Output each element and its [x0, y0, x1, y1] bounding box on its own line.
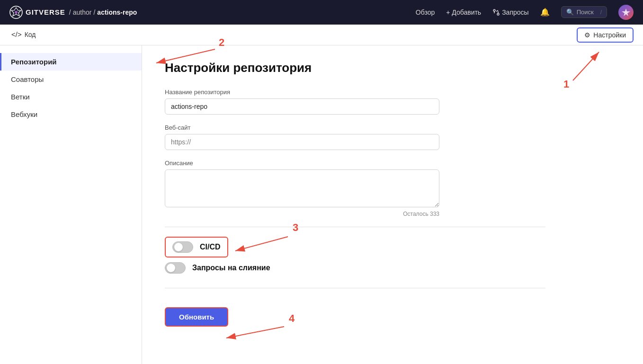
sidebar-item-repository[interactable]: Репозиторий: [0, 53, 142, 71]
logo-text: GITVERSE: [26, 8, 65, 16]
char-count: Осталось 333: [165, 211, 439, 217]
nav-add[interactable]: + Добавить: [446, 9, 481, 16]
breadcrumb-author[interactable]: author: [73, 9, 92, 16]
settings-content: Настройки репозитория Название репозитор…: [142, 45, 568, 364]
sidebar-item-coauthors[interactable]: Соавторы: [0, 71, 142, 88]
repo-name-label: Название репозитория: [165, 89, 545, 96]
divider-1: [165, 227, 545, 227]
breadcrumb-separator2: /: [93, 9, 95, 16]
svg-point-3: [493, 9, 495, 11]
sidebar-item-webhooks[interactable]: Вебхуки: [0, 106, 142, 123]
divider-2: [165, 288, 545, 288]
header-nav: Обзор + Добавить Запросы 🔔 🔍 Поиск /: [416, 5, 634, 20]
cicd-label: CI/CD: [200, 243, 221, 251]
cicd-toggle[interactable]: [172, 241, 193, 253]
tab-code[interactable]: </> Код: [9, 25, 38, 45]
description-label: Описание: [165, 160, 545, 167]
breadcrumb-separator1: /: [69, 9, 71, 16]
nav-requests[interactable]: Запросы: [492, 9, 528, 16]
svg-point-2: [15, 11, 18, 14]
website-input[interactable]: [165, 134, 439, 150]
cicd-box: CI/CD: [165, 237, 228, 257]
nav-search[interactable]: 🔍 Поиск /: [561, 6, 607, 18]
logo-icon: [9, 6, 23, 19]
description-input[interactable]: [165, 169, 439, 207]
settings-icon: ⚙: [584, 31, 590, 39]
avatar[interactable]: [618, 5, 634, 20]
website-label: Веб-сайт: [165, 124, 545, 131]
search-icon: 🔍: [566, 9, 574, 16]
website-group: Веб-сайт: [165, 124, 545, 150]
pull-request-icon: [492, 9, 500, 16]
main-header: GITVERSE / author / actions-repo Обзор +…: [0, 0, 643, 25]
merge-requests-label: Запросы на слияние: [192, 264, 270, 272]
svg-point-4: [497, 13, 499, 15]
repo-name-group: Название репозитория: [165, 89, 545, 115]
breadcrumb: / author / actions-repo: [69, 9, 137, 16]
settings-button[interactable]: ⚙ Настройки: [577, 27, 634, 43]
merge-requests-section: Запросы на слияние: [165, 257, 545, 278]
notifications-bell[interactable]: 🔔: [540, 8, 550, 17]
description-group: Описание Осталось 333: [165, 160, 545, 217]
nav-overview[interactable]: Обзор: [416, 9, 435, 16]
breadcrumb-repo: actions-repo: [97, 9, 137, 16]
sidebar-item-branches[interactable]: Ветки: [0, 88, 142, 106]
main-layout: Репозиторий Соавторы Ветки Вебхуки Настр…: [0, 45, 643, 364]
sub-header: </> Код ⚙ Настройки: [0, 25, 643, 45]
update-button[interactable]: Обновить: [165, 307, 228, 327]
sidebar: Репозиторий Соавторы Ветки Вебхуки: [0, 45, 142, 364]
repo-name-input[interactable]: [165, 98, 439, 115]
page-title: Настройки репозитория: [165, 61, 545, 75]
cicd-section: CI/CD: [165, 237, 545, 257]
svg-marker-5: [622, 9, 630, 16]
code-icon: </>: [11, 30, 22, 38]
search-shortcut: /: [600, 9, 602, 16]
merge-requests-toggle[interactable]: [165, 262, 186, 274]
avatar-icon: [622, 8, 630, 17]
logo[interactable]: GITVERSE: [9, 6, 65, 19]
